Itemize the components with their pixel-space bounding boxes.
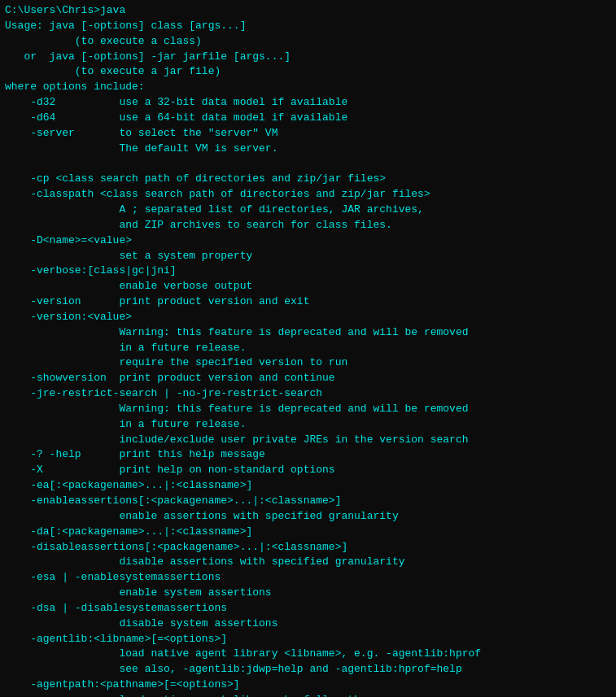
terminal-output: C:\Users\Chris>java Usage: java [-option… xyxy=(5,3,611,697)
